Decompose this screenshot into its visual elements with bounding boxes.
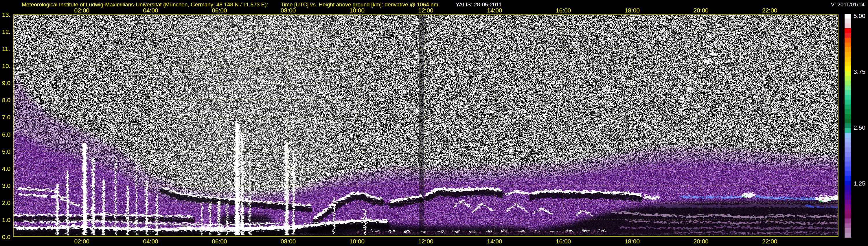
y-tick: 11. bbox=[2, 45, 13, 52]
x-tick-bottom: 12:00 bbox=[411, 238, 440, 245]
colorbar-step bbox=[844, 19, 851, 23]
colorbar-step bbox=[844, 95, 851, 99]
colorbar-step bbox=[844, 218, 851, 223]
colorbar-step bbox=[844, 109, 851, 114]
colorbar-step bbox=[844, 195, 851, 199]
colorbar-step bbox=[844, 143, 851, 147]
x-tick-bottom: 16:00 bbox=[549, 238, 578, 245]
colorbar-step bbox=[844, 157, 851, 161]
colorbar-step bbox=[844, 133, 851, 137]
version-label: V: 2011/01/14 bbox=[831, 1, 865, 8]
x-tick-top: 10:00 bbox=[343, 7, 372, 14]
x-tick-top: 16:00 bbox=[549, 7, 578, 14]
colorbar-step bbox=[844, 114, 851, 119]
colorbar-step bbox=[844, 99, 851, 104]
colorbar-step bbox=[844, 76, 851, 81]
x-tick-bottom: 02:00 bbox=[67, 238, 96, 245]
x-tick-bottom: 08:00 bbox=[274, 238, 303, 245]
y-tick: 5.0 bbox=[2, 148, 13, 155]
x-tick-bottom: 20:00 bbox=[687, 238, 715, 245]
x-tick-top: 18:00 bbox=[618, 7, 647, 14]
colorbar-step bbox=[844, 52, 851, 57]
colorbar-step bbox=[844, 128, 851, 133]
colorbar-step bbox=[844, 85, 851, 90]
colorbar-step bbox=[844, 233, 851, 238]
colorbar bbox=[844, 14, 851, 238]
plot-area bbox=[13, 14, 838, 237]
y-tick: 8.0 bbox=[2, 97, 13, 103]
colorbar-step bbox=[844, 176, 851, 180]
colorbar-step bbox=[844, 138, 851, 143]
colorbar-tick: 1.25 bbox=[854, 180, 865, 187]
data-gap-columns bbox=[419, 14, 424, 237]
y-tick: 0.0 bbox=[2, 234, 13, 241]
x-tick-top: 06:00 bbox=[205, 7, 234, 14]
colorbar-step bbox=[844, 57, 851, 61]
colorbar-step bbox=[844, 14, 851, 19]
y-tick: 7.0 bbox=[2, 114, 13, 121]
colorbar-step bbox=[844, 200, 851, 204]
colorbar-step bbox=[844, 166, 851, 171]
colorbar-step bbox=[844, 42, 851, 47]
colorbar-step bbox=[844, 152, 851, 157]
colorbar-step bbox=[844, 190, 851, 195]
x-tick-bottom: 22:00 bbox=[755, 238, 784, 245]
colorbar-step bbox=[844, 204, 851, 209]
colorbar-tick: 2.50 bbox=[854, 124, 865, 131]
colorbar-step bbox=[844, 62, 851, 66]
x-tick-top: 20:00 bbox=[687, 7, 715, 14]
lidar-heatmap bbox=[13, 14, 838, 237]
lidar-quicklook-screen: Meteorological Institute of Ludwig-Maxim… bbox=[0, 0, 868, 246]
colorbar-step bbox=[844, 171, 851, 176]
x-tick-bottom: 06:00 bbox=[205, 238, 234, 245]
y-tick: 4.0 bbox=[2, 165, 13, 172]
x-tick-top: 02:00 bbox=[67, 7, 96, 14]
colorbar-step bbox=[844, 28, 851, 33]
y-tick: 2.0 bbox=[2, 199, 13, 206]
x-tick-top: 08:00 bbox=[274, 7, 303, 14]
colorbar-tick: 5.00 bbox=[854, 12, 865, 20]
colorbar-step bbox=[844, 209, 851, 214]
colorbar-step bbox=[844, 214, 851, 218]
colorbar-step bbox=[844, 119, 851, 123]
x-tick-bottom: 18:00 bbox=[618, 238, 647, 245]
x-tick-top: 14:00 bbox=[480, 7, 509, 14]
colorbar-step bbox=[844, 161, 851, 166]
colorbar-step bbox=[844, 81, 851, 85]
colorbar-step bbox=[844, 185, 851, 190]
x-tick-top: 22:00 bbox=[755, 7, 784, 14]
colorbar-step bbox=[844, 181, 851, 185]
x-tick-top: 04:00 bbox=[136, 7, 165, 14]
y-tick: 12. bbox=[2, 28, 13, 35]
x-tick-bottom: 04:00 bbox=[136, 238, 165, 245]
x-tick-bottom: 10:00 bbox=[343, 238, 372, 245]
y-tick: 1.0 bbox=[2, 216, 13, 223]
y-tick: 3.0 bbox=[2, 182, 13, 189]
x-tick-top: 12:00 bbox=[411, 7, 440, 14]
y-tick: 10. bbox=[2, 63, 13, 69]
colorbar-step bbox=[844, 90, 851, 95]
x-tick-bottom: 14:00 bbox=[480, 238, 509, 245]
colorbar-step bbox=[844, 104, 851, 109]
colorbar-step bbox=[844, 24, 851, 28]
colorbar-tick: 3.75 bbox=[854, 68, 865, 75]
colorbar-step bbox=[844, 47, 851, 52]
colorbar-step bbox=[844, 33, 851, 38]
y-tick: 6.0 bbox=[2, 131, 13, 138]
colorbar-step bbox=[844, 66, 851, 71]
colorbar-step bbox=[844, 223, 851, 228]
y-tick: 9.0 bbox=[2, 80, 13, 87]
colorbar-step bbox=[844, 71, 851, 75]
colorbar-step bbox=[844, 38, 851, 42]
y-tick: 13. bbox=[2, 11, 13, 18]
colorbar-step bbox=[844, 147, 851, 152]
colorbar-step bbox=[844, 228, 851, 233]
colorbar-step bbox=[844, 123, 851, 128]
